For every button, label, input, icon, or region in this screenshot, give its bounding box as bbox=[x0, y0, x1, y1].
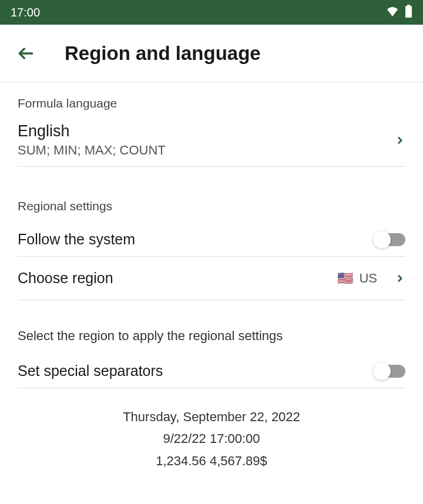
choose-region-item[interactable]: Choose region 🇺🇸 US bbox=[18, 257, 405, 300]
svg-rect-0 bbox=[407, 5, 410, 6]
region-code: US bbox=[359, 271, 377, 286]
format-preview: Thursday, September 22, 2022 9/22/22 17:… bbox=[18, 388, 405, 489]
back-button[interactable] bbox=[16, 44, 35, 63]
status-bar: 17:00 bbox=[0, 0, 423, 25]
regional-helper-text: Select the region to apply the regional … bbox=[18, 318, 405, 354]
flag-icon: 🇺🇸 bbox=[337, 271, 353, 286]
formula-language-value: English bbox=[18, 122, 166, 140]
preview-numbers: 1,234.56 4,567.89$ bbox=[18, 450, 405, 472]
preview-date-long: Thursday, September 22, 2022 bbox=[18, 406, 405, 428]
separators-item[interactable]: Set special separators bbox=[18, 354, 405, 388]
follow-system-label: Follow the system bbox=[18, 231, 135, 248]
preview-datetime: 9/22/22 17:00:00 bbox=[18, 428, 405, 449]
status-icons bbox=[386, 5, 412, 21]
follow-system-item[interactable]: Follow the system bbox=[18, 223, 405, 257]
wifi-icon bbox=[386, 6, 399, 19]
page-title: Region and language bbox=[65, 42, 261, 65]
formula-example: SUM; MIN; MAX; COUNT bbox=[18, 143, 166, 158]
app-header: Region and language bbox=[0, 25, 423, 82]
region-value: 🇺🇸 US bbox=[337, 271, 377, 286]
separators-toggle[interactable] bbox=[375, 365, 405, 378]
formula-language-item[interactable]: English SUM; MIN; MAX; COUNT bbox=[18, 122, 405, 167]
content: Formula language English SUM; MIN; MAX; … bbox=[0, 82, 423, 489]
formula-section-label: Formula language bbox=[18, 82, 405, 122]
svg-rect-1 bbox=[405, 6, 412, 18]
separators-label: Set special separators bbox=[18, 362, 163, 379]
battery-icon bbox=[405, 5, 412, 21]
status-time: 17:00 bbox=[11, 6, 40, 19]
regional-section-label: Regional settings bbox=[18, 193, 405, 223]
follow-system-toggle[interactable] bbox=[375, 233, 405, 246]
choose-region-label: Choose region bbox=[18, 270, 113, 287]
chevron-right-icon bbox=[395, 273, 405, 284]
chevron-right-icon bbox=[395, 135, 405, 146]
